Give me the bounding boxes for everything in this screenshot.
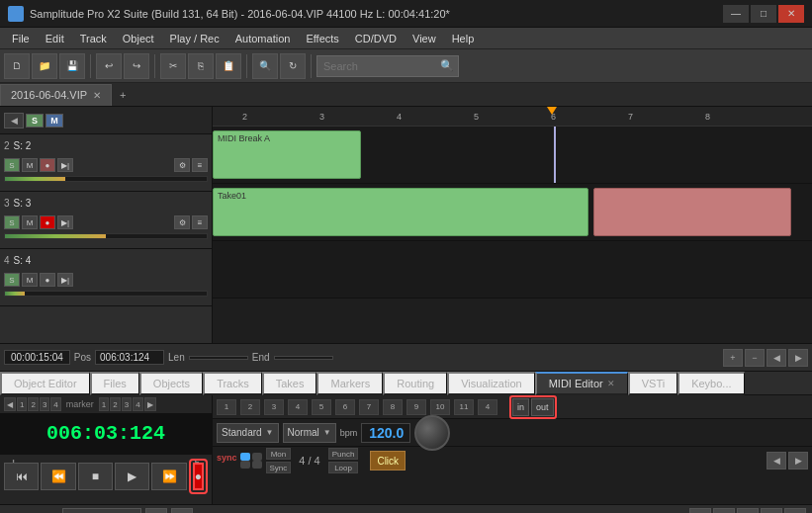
track-lane-2[interactable]: MIDI Break A [213,127,812,184]
mon-button[interactable]: Mon [266,448,292,460]
marker-next[interactable]: ▶ [144,397,156,411]
vol-button[interactable]: 🔊 [784,508,806,514]
midi-editor-close[interactable]: ✕ [607,379,615,388]
midi-in-button[interactable]: in [512,398,529,416]
marker-5[interactable]: 1 [99,397,109,411]
audio-clip-take01[interactable]: Take01 [213,188,588,236]
marker-2[interactable]: 2 [28,397,38,411]
midi-num-1[interactable]: 1 [217,399,236,415]
minimize-button[interactable]: — [723,5,749,23]
tab-tracks[interactable]: Tracks [203,372,262,395]
rewind-button[interactable]: ⏮ [4,463,39,490]
undo-button[interactable]: ↩ [96,53,122,79]
track-3-mute[interactable]: M [22,215,38,229]
tab-markers[interactable]: Markers [316,372,383,395]
tab-routing[interactable]: Routing [383,372,447,395]
redo-button[interactable]: ↪ [124,53,149,79]
nav-left-button[interactable]: ◀ [767,452,786,470]
maximize-button[interactable]: □ [751,5,776,23]
workspace-add-button[interactable]: + [145,508,167,514]
scroll-left-button[interactable]: ◀ [767,349,786,367]
loop-button[interactable]: Loop [328,462,359,473]
workspace-dropdown[interactable]: Default ▼ [62,508,141,514]
forward-button[interactable]: ⏩ [151,463,186,490]
track-3-settings[interactable]: ⚙ [174,215,190,229]
cpu-indicator[interactable]: CPU [761,508,782,514]
menu-play-rec[interactable]: Play / Rec [162,31,227,46]
workspace-settings-button[interactable]: ⚙ [171,508,193,514]
marker-8[interactable]: 4 [133,397,142,411]
record-indicator-button[interactable]: ● [713,508,735,514]
midi-num-7[interactable]: 7 [359,399,379,415]
marker-prev[interactable]: ◀ [4,397,16,411]
play-indicator-button[interactable]: ▶ [689,508,711,514]
stop-button[interactable]: ■ [78,463,113,490]
track-4-solo[interactable]: S [4,273,20,287]
tab-visualization[interactable]: Visualization [447,372,535,395]
track-2-solo[interactable]: S [4,158,20,172]
marker-7[interactable]: 3 [122,397,132,411]
track-4-rec[interactable]: ● [40,273,55,287]
tab-vsti[interactable]: VSTi [628,372,677,395]
midi-num-3[interactable]: 3 [264,399,284,415]
new-button[interactable]: 🗋 [4,53,30,79]
track-2-mute[interactable]: M [22,158,38,172]
track-3-rec[interactable]: ● [40,215,55,229]
paste-button[interactable]: 📋 [216,53,241,79]
track-3-expand[interactable]: ≡ [192,215,208,229]
tab-objects[interactable]: Objects [139,372,203,395]
track-2-rec[interactable]: ● [40,158,55,172]
tab-midi-editor[interactable]: MIDI Editor ✕ [535,372,628,395]
track-3-solo[interactable]: S [4,215,20,229]
menu-edit[interactable]: Edit [38,31,72,46]
marker-1[interactable]: 1 [17,397,27,411]
standard-dropdown[interactable]: Standard ▼ [217,423,279,443]
search-icon[interactable]: 🔍 [436,55,458,77]
marker-4[interactable]: 4 [50,397,60,411]
midi-out-button[interactable]: out [531,398,554,416]
menu-object[interactable]: Object [115,31,162,46]
menu-track[interactable]: Track [72,31,115,46]
cut-button[interactable]: ✂ [160,53,186,79]
track-lane-4[interactable] [213,241,812,299]
punch-button[interactable]: Punch [328,448,359,460]
midi-clip-break-a[interactable]: MIDI Break A [213,130,361,179]
menu-effects[interactable]: Effects [298,31,346,46]
end-value[interactable] [274,356,333,360]
pos-value[interactable]: 006:03:124 [95,350,164,365]
track-4-mute[interactable]: M [22,273,38,287]
marker-6[interactable]: 2 [110,397,120,411]
close-button[interactable]: ✕ [778,5,804,23]
nav-prev[interactable]: ◀ [4,113,24,128]
track-4-fx[interactable]: ▶| [57,273,73,287]
len-value[interactable] [189,356,248,360]
mute-all-button[interactable]: M [45,114,63,128]
scroll-right-button[interactable]: ▶ [788,349,808,367]
zoom-out-button[interactable]: − [745,349,765,367]
midi-num-5[interactable]: 5 [312,399,331,415]
record-button[interactable]: ● [193,463,204,490]
bpm-value[interactable]: 120.0 [361,423,410,443]
track-2-fx[interactable]: ▶| [57,158,73,172]
sync-button[interactable]: Sync [266,462,292,473]
tab-files[interactable]: Files [90,372,139,395]
zoom-btn[interactable]: 🔍 [252,53,278,79]
track-2-expand[interactable]: ≡ [192,158,208,172]
audio-clip-red[interactable] [593,188,791,236]
tab-object-editor[interactable]: Object Editor [0,372,90,395]
play-button[interactable]: ▶ [115,463,149,490]
project-tab-close[interactable]: ✕ [93,90,101,101]
loop-btn[interactable]: ↻ [280,53,306,79]
midi-num-9[interactable]: 9 [406,399,426,415]
normal-dropdown[interactable]: Normal ▼ [283,423,336,443]
solo-all-button[interactable]: S [26,114,44,128]
track-3-fx[interactable]: ▶| [57,215,73,229]
midi-num-11[interactable]: 11 [454,399,474,415]
menu-cddvd[interactable]: CD/DVD [347,31,405,46]
tab-keyboard[interactable]: Keybo... [677,372,744,395]
project-tab[interactable]: 2016-06-04.VIP ✕ [0,84,112,106]
menu-file[interactable]: File [4,31,38,46]
midi-num-2[interactable]: 2 [240,399,260,415]
click-button[interactable]: Click [370,451,406,470]
marker-3[interactable]: 3 [40,397,49,411]
